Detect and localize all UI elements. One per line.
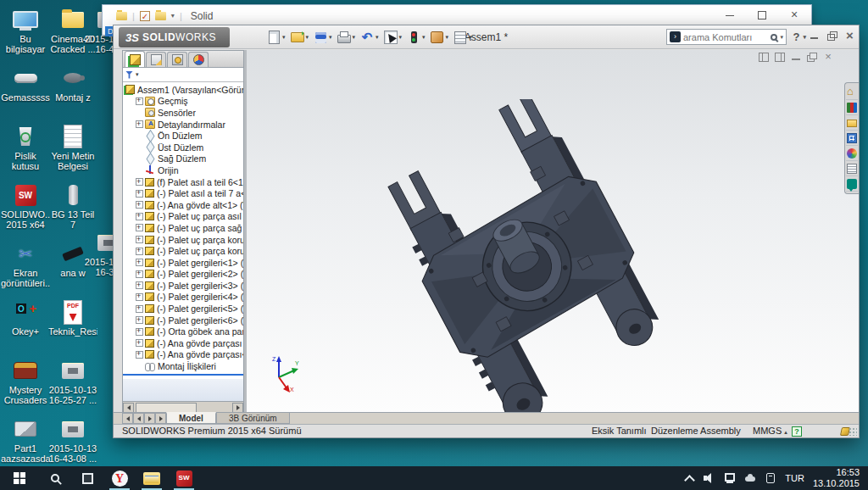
help-menu[interactable]: ? ▾ <box>793 31 806 43</box>
tree-item[interactable]: (-) Palet uç parça sağ asıl<1 <box>123 222 243 234</box>
split-view-right-icon[interactable] <box>775 53 785 62</box>
tree-item[interactable]: (-) Ana gövde alt<1> (Varsa <box>123 199 243 211</box>
tab-3d-views[interactable]: 3B Görünüm <box>216 413 290 424</box>
chevron-down-icon[interactable]: ▾ <box>306 34 309 41</box>
expand-icon[interactable] <box>136 339 143 347</box>
tree-item[interactable]: (-) Ana gövde parçası 2<1> <box>123 337 243 349</box>
taskbar-button[interactable] <box>0 466 39 490</box>
expand-icon[interactable] <box>136 190 143 198</box>
onedrive-icon[interactable] <box>744 473 756 483</box>
expand-icon[interactable] <box>136 120 143 128</box>
toolbar-button[interactable]: ▾ <box>288 29 312 46</box>
expand-icon[interactable] <box>136 351 143 359</box>
chevron-down-icon[interactable]: ▾ <box>780 34 783 41</box>
toolbar-button[interactable]: ▾ <box>264 29 288 46</box>
expand-icon[interactable] <box>136 155 143 163</box>
tree-root-item[interactable]: Assem1 (Varsayılan<Görüntü D <box>123 84 243 96</box>
expand-icon[interactable] <box>136 293 143 301</box>
tree-item[interactable]: Orijin <box>123 164 243 176</box>
taskbar-button[interactable] <box>71 466 103 490</box>
tree-item[interactable]: (-) Palet gergileri<4> (Varsa <box>123 292 243 303</box>
featuremanager-tab[interactable] <box>167 52 187 67</box>
expand-icon[interactable] <box>136 270 143 278</box>
chevron-down-icon[interactable]: ▾ <box>353 34 356 41</box>
units-selector[interactable]: MMGS ▴ <box>753 426 787 436</box>
solidworks-titlebar[interactable]: 3S SOLIDWORKS Assem1 * ▾ ▾ ▾ ▾ ▾ ▾ ▾ ▾ ▾ <box>114 25 859 49</box>
tree-item[interactable]: (-) Palet gergileri<3> (Varsa <box>123 280 243 292</box>
expand-icon[interactable] <box>136 281 143 289</box>
task-pane-tab[interactable] <box>846 176 858 192</box>
expand-icon[interactable] <box>136 248 143 255</box>
restore-button[interactable] <box>826 31 837 42</box>
next-tab-icon[interactable] <box>144 413 155 424</box>
minimize-button[interactable] <box>725 10 735 20</box>
desktop-icon[interactable]: Okey+ <box>1 296 50 354</box>
taskbar-button[interactable] <box>39 466 71 490</box>
taskbar-button[interactable] <box>136 466 168 490</box>
expand-icon[interactable] <box>136 109 143 116</box>
quick-tips-icon[interactable]: ? <box>792 426 802 437</box>
chevron-down-icon[interactable]: ▾ <box>399 34 403 41</box>
tree-item[interactable]: Ön Düzlem <box>123 130 243 142</box>
expand-icon[interactable] <box>136 201 143 209</box>
tree-item[interactable]: (f) Palet asıl a teil 6<1> (Var <box>123 176 243 188</box>
close-button[interactable]: × <box>789 10 799 20</box>
tree-item[interactable]: (-) Palet uç parça koruma<1 <box>123 234 243 246</box>
last-tab-icon[interactable] <box>155 413 166 424</box>
tree-item[interactable]: (-) Palet gergileri<2> (Varsa <box>123 269 243 281</box>
tree-horizontal-scrollbar[interactable] <box>123 401 243 413</box>
maximize-button[interactable] <box>757 10 767 20</box>
tab-model[interactable]: Model <box>166 412 216 424</box>
hidden-icons-chevron-icon[interactable] <box>683 473 695 483</box>
featuremanager-tab[interactable] <box>125 51 145 67</box>
expand-icon[interactable] <box>136 224 143 231</box>
tree-item[interactable]: (-) Palet gergileri<5> (Varsa <box>123 303 243 315</box>
toolbar-button[interactable]: ▾ <box>335 29 359 46</box>
solidworks-window[interactable]: 3S SOLIDWORKS Assem1 * ▾ ▾ ▾ ▾ ▾ ▾ ▾ ▾ ▾ <box>113 25 860 438</box>
tree-item[interactable]: Montaj İlişkileri <box>123 360 243 372</box>
chevron-down-icon[interactable]: ▾ <box>422 34 426 41</box>
expand-icon[interactable] <box>136 236 143 243</box>
expand-icon[interactable] <box>136 166 143 174</box>
desktop-icon[interactable]: Gemasssss <box>1 62 50 120</box>
featuremanager-tab[interactable] <box>146 52 166 67</box>
document-minimize-button[interactable] <box>791 53 801 62</box>
chevron-down-icon[interactable]: ▾ <box>171 12 175 19</box>
minimize-button[interactable] <box>809 31 820 42</box>
taskbar-button[interactable] <box>168 466 200 490</box>
tree-item[interactable]: (-) Orta göbek ana parça<1 <box>123 326 243 337</box>
desktop-icon[interactable]: 2015-10-13 16-43-08 ... <box>48 413 97 471</box>
featuremanager-tab[interactable] <box>188 52 209 67</box>
tree-item[interactable]: Detaylandırmalar <box>123 119 243 131</box>
document-restore-button[interactable] <box>807 53 817 62</box>
toolbar-button[interactable]: ▾ <box>311 29 335 46</box>
tree-item[interactable]: (-) Palet uç parça koruma<2 <box>123 245 243 257</box>
tree-filter-bar[interactable]: ▾ <box>123 68 243 82</box>
expand-icon[interactable] <box>136 213 143 220</box>
cad-model[interactable] <box>365 99 696 418</box>
expand-icon[interactable] <box>136 328 143 336</box>
folder-icon[interactable] <box>116 12 127 20</box>
first-tab-icon[interactable] <box>122 413 133 424</box>
task-pane-tab[interactable] <box>846 161 858 176</box>
desktop-icon[interactable]: Teknik_Resi... <box>48 296 97 354</box>
expand-icon[interactable] <box>136 143 143 151</box>
solidworks-logo[interactable]: 3S SOLIDWORKS <box>119 27 230 47</box>
toolbar-button[interactable]: ▾ <box>358 29 381 46</box>
close-button[interactable]: × <box>844 31 855 42</box>
desktop-icon[interactable]: 2015-10-13 16-25-27 ... <box>48 354 97 413</box>
taskbar-button[interactable] <box>103 466 136 490</box>
expand-icon[interactable] <box>136 305 143 313</box>
taskbar-clock[interactable]: 16:53 13.10.2015 <box>813 467 860 489</box>
tree-item[interactable]: (-) Palet uç parça asıl sol<1> <box>123 211 243 223</box>
graphics-area[interactable]: × <box>247 50 859 414</box>
task-pane-tab[interactable] <box>846 146 858 161</box>
expand-icon[interactable] <box>136 178 143 186</box>
desktop-icon[interactable]: Bu bilgisayar <box>1 3 50 62</box>
expand-icon[interactable] <box>136 132 143 140</box>
scrollbar-thumb[interactable] <box>136 403 197 413</box>
chevron-down-icon[interactable]: ▾ <box>282 34 286 41</box>
expand-icon[interactable] <box>136 316 143 324</box>
language-indicator[interactable]: TUR <box>785 473 804 483</box>
chevron-down-icon[interactable]: ▾ <box>376 34 379 41</box>
